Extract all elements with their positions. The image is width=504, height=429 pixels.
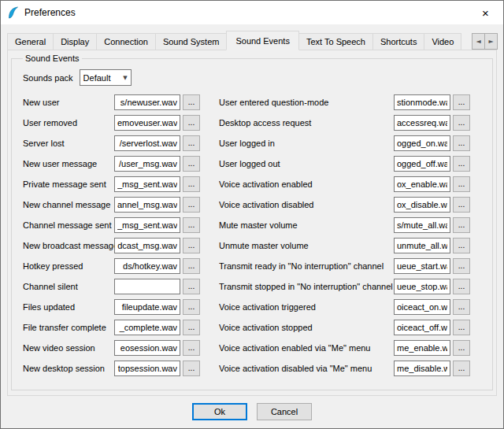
- sound-event-label: User logged out: [219, 159, 394, 168]
- app-icon: [7, 6, 20, 19]
- browse-button[interactable]: ...: [183, 94, 200, 110]
- browse-button[interactable]: ...: [183, 115, 200, 131]
- sound-event-row: Mute master volume...: [219, 217, 470, 233]
- sound-event-label: New channel message: [23, 200, 114, 209]
- sound-file-input[interactable]: [394, 361, 450, 376]
- sound-event-label: Private message sent: [23, 179, 114, 189]
- sound-file-input[interactable]: [114, 156, 180, 172]
- tab-text-to-speech[interactable]: Text To Speech: [298, 33, 373, 50]
- sound-file-input[interactable]: [114, 197, 180, 213]
- sound-event-label: Voice activation disabled: [219, 200, 394, 209]
- browse-button[interactable]: ...: [183, 197, 200, 213]
- sound-event-label: Mute master volume: [219, 220, 394, 230]
- browse-button[interactable]: ...: [183, 238, 200, 253]
- browse-button[interactable]: ...: [453, 340, 470, 356]
- browse-button[interactable]: ...: [453, 238, 470, 253]
- titlebar: Preferences ×: [1, 1, 503, 24]
- sound-file-input[interactable]: [394, 320, 450, 335]
- sound-event-label: New user: [23, 98, 114, 107]
- sound-file-input[interactable]: [114, 340, 180, 356]
- browse-button[interactable]: ...: [453, 176, 470, 192]
- sound-event-row: Channel message sent...: [23, 217, 200, 233]
- sound-file-input[interactable]: [114, 135, 180, 151]
- close-button[interactable]: ×: [468, 1, 503, 24]
- tab-connection[interactable]: Connection: [96, 33, 156, 50]
- browse-button[interactable]: ...: [183, 299, 200, 315]
- sound-event-row: New broadcast message...: [23, 238, 200, 253]
- browse-button[interactable]: ...: [453, 135, 470, 151]
- sound-file-input[interactable]: [114, 361, 180, 376]
- tab-scroll-right-icon[interactable]: ►: [484, 33, 498, 50]
- cancel-button[interactable]: Cancel: [257, 403, 312, 420]
- browse-button[interactable]: ...: [183, 320, 200, 335]
- sound-file-input[interactable]: [394, 217, 450, 233]
- browse-button[interactable]: ...: [453, 258, 470, 274]
- sounds-pack-select[interactable]: Default ▼: [80, 69, 132, 86]
- sound-event-label: New user message: [23, 159, 114, 168]
- sound-event-label: Voice activation enabled via "Me" menu: [219, 343, 394, 353]
- browse-button[interactable]: ...: [183, 279, 200, 294]
- browse-button[interactable]: ...: [453, 156, 470, 172]
- browse-button[interactable]: ...: [453, 299, 470, 315]
- sound-file-input[interactable]: [114, 299, 180, 315]
- sound-file-input[interactable]: [394, 238, 450, 253]
- tab-video[interactable]: Video: [424, 33, 461, 50]
- chevron-down-icon: ▼: [123, 75, 127, 81]
- sound-event-label: Voice activation enabled: [219, 179, 394, 189]
- browse-button[interactable]: ...: [183, 135, 200, 151]
- sound-file-input[interactable]: [394, 299, 450, 315]
- sound-file-input[interactable]: [394, 135, 450, 151]
- sound-file-input[interactable]: [394, 197, 450, 213]
- tab-display[interactable]: Display: [53, 33, 97, 50]
- tab-panel: Sound Events Sounds pack Default ▼ New u…: [7, 50, 497, 396]
- sound-event-row: Desktop access request...: [219, 115, 470, 131]
- sound-event-row: Voice activation enabled...: [219, 176, 470, 192]
- sound-file-input[interactable]: [114, 320, 180, 335]
- browse-button[interactable]: ...: [453, 361, 470, 376]
- sound-file-input[interactable]: [114, 238, 180, 253]
- sound-file-input[interactable]: [114, 94, 180, 110]
- sound-event-label: New video session: [23, 343, 114, 353]
- sound-event-label: Channel message sent: [23, 220, 114, 230]
- browse-button[interactable]: ...: [183, 217, 200, 233]
- tab-sound-events[interactable]: Sound Events: [226, 31, 299, 50]
- sound-file-input[interactable]: [394, 340, 450, 356]
- sound-event-label: Voice activation stopped: [219, 323, 394, 332]
- preferences-window: Preferences × GeneralDisplayConnectionSo…: [0, 0, 504, 429]
- sound-event-row: New user...: [23, 94, 200, 110]
- sound-event-label: Voice activation triggered: [219, 302, 394, 312]
- sounds-pack-label: Sounds pack: [23, 73, 73, 83]
- sound-event-label: Transmit ready in "No interruption" chan…: [219, 261, 394, 271]
- sound-file-input[interactable]: [114, 176, 180, 192]
- sound-file-input[interactable]: [394, 94, 450, 110]
- sound-file-input[interactable]: [114, 217, 180, 233]
- browse-button[interactable]: ...: [183, 258, 200, 274]
- tab-scroll-left-icon[interactable]: ◄: [472, 33, 485, 50]
- browse-button[interactable]: ...: [453, 279, 470, 294]
- browse-button[interactable]: ...: [453, 197, 470, 213]
- browse-button[interactable]: ...: [453, 320, 470, 335]
- ok-button[interactable]: Ok: [192, 403, 247, 420]
- browse-button[interactable]: ...: [183, 361, 200, 376]
- sound-file-input[interactable]: [114, 258, 180, 274]
- browse-button[interactable]: ...: [183, 340, 200, 356]
- sound-file-input[interactable]: [394, 279, 450, 294]
- browse-button[interactable]: ...: [183, 156, 200, 172]
- sound-file-input[interactable]: [394, 176, 450, 192]
- browse-button[interactable]: ...: [183, 176, 200, 192]
- tab-sound-system[interactable]: Sound System: [155, 33, 228, 50]
- tab-general[interactable]: General: [7, 33, 54, 50]
- sound-file-input[interactable]: [114, 279, 180, 294]
- sound-file-input[interactable]: [394, 115, 450, 131]
- sound-event-row: User removed...: [23, 115, 200, 131]
- tab-shortcuts[interactable]: Shortcuts: [372, 33, 424, 50]
- sound-file-input[interactable]: [394, 156, 450, 172]
- browse-button[interactable]: ...: [453, 115, 470, 131]
- browse-button[interactable]: ...: [453, 94, 470, 110]
- window-title: Preferences: [24, 7, 468, 18]
- sound-event-row: User logged out...: [219, 156, 470, 172]
- sound-event-row: Files updated...: [23, 299, 200, 315]
- browse-button[interactable]: ...: [453, 217, 470, 233]
- sound-file-input[interactable]: [114, 115, 180, 131]
- sound-file-input[interactable]: [394, 258, 450, 274]
